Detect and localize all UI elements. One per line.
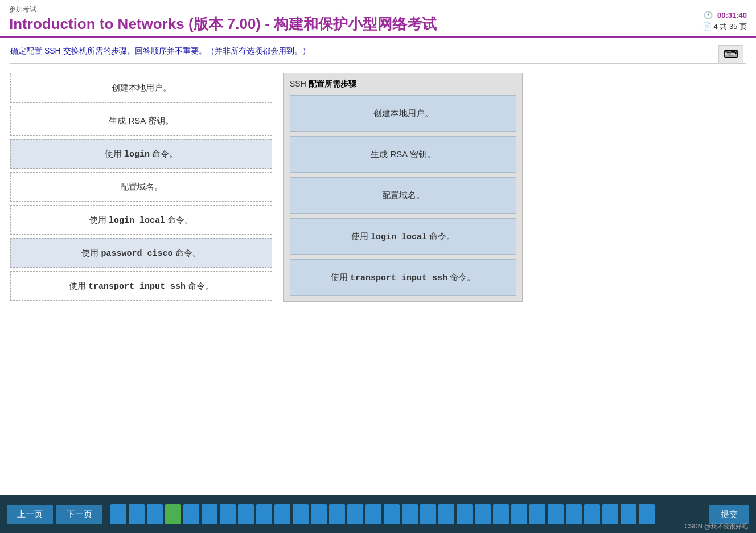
source-item-1-text: 创建本地用户。 xyxy=(112,83,171,93)
page-dot-21[interactable] xyxy=(475,504,491,524)
source-item-5-text: 使用 login local 命令。 xyxy=(89,215,193,226)
page-dot-15[interactable] xyxy=(365,504,381,524)
page-dot-10[interactable] xyxy=(274,504,290,524)
source-item-3[interactable]: 使用 login 命令。 xyxy=(10,139,272,169)
bottom-bar: 上一页 下一页 提交 CSDN @我环境很好吧 xyxy=(0,495,756,533)
question-instruction: 确定配置 SSH 交换机所需的步骤。回答顺序并不重要。（并非所有选项都会用到。） xyxy=(10,46,746,64)
drop-zone-title-bold: 配置所需步骤 xyxy=(309,79,356,88)
source-item-1[interactable]: 创建本地用户。 xyxy=(10,73,272,102)
source-item-2-text: 生成 RSA 密钥。 xyxy=(109,116,173,126)
page-dot-24[interactable] xyxy=(529,504,545,524)
drop-item-3[interactable]: 配置域名。 xyxy=(290,177,516,214)
drop-item-2[interactable]: 生成 RSA 密钥。 xyxy=(290,136,516,173)
watermark: CSDN @我环境很好吧 xyxy=(685,522,748,531)
page-dot-18[interactable] xyxy=(420,504,436,524)
page-dot-5[interactable] xyxy=(183,504,199,524)
page-dot-3[interactable] xyxy=(147,504,163,524)
page-dot-19[interactable] xyxy=(438,504,454,524)
exam-title: Introduction to Networks (版本 7.00) - 构建和… xyxy=(9,15,437,33)
drop-item-2-text: 生成 RSA 密钥。 xyxy=(371,149,435,160)
timer-display: 00:31:40 xyxy=(717,11,747,19)
page-dot-30[interactable] xyxy=(639,504,655,524)
drop-zone-title: SSH 配置所需步骤 xyxy=(290,79,516,89)
drop-item-1[interactable]: 创建本地用户。 xyxy=(290,95,516,132)
drop-item-4-text: 使用 login local 命令。 xyxy=(351,231,455,242)
next-button[interactable]: 下一页 xyxy=(56,505,102,524)
source-item-2[interactable]: 生成 RSA 密钥。 xyxy=(10,106,272,136)
source-item-6[interactable]: 使用 password cisco 命令。 xyxy=(10,238,272,268)
source-list: 创建本地用户。 生成 RSA 密钥。 使用 login 命令。 配置域名。 使用… xyxy=(10,73,272,302)
page-dot-27[interactable] xyxy=(584,504,600,524)
drop-item-4[interactable]: 使用 login local 命令。 xyxy=(290,218,516,255)
header: 参加考试 Introduction to Networks (版本 7.00) … xyxy=(0,0,756,38)
page-dot-25[interactable] xyxy=(548,504,564,524)
source-item-6-text: 使用 password cisco 命令。 xyxy=(81,248,200,259)
header-left: 参加考试 Introduction to Networks (版本 7.00) … xyxy=(9,5,437,33)
page-dot-26[interactable] xyxy=(566,504,582,524)
page-dot-16[interactable] xyxy=(384,504,400,524)
page-icon: 📄 xyxy=(702,22,712,31)
prev-button[interactable]: 上一页 xyxy=(7,505,53,524)
page-dot-11[interactable] xyxy=(293,504,309,524)
source-item-5[interactable]: 使用 login local 命令。 xyxy=(10,205,272,235)
page-dot-20[interactable] xyxy=(457,504,472,524)
keyboard-button[interactable]: ⌨ xyxy=(718,45,743,63)
instruction-text: 确定配置 SSH 交换机所需的步骤。回答顺序并不重要。（并非所有选项都会用到。） xyxy=(10,46,310,55)
main-content: ⌨ 确定配置 SSH 交换机所需的步骤。回答顺序并不重要。（并非所有选项都会用到… xyxy=(0,38,756,495)
page-dot-14[interactable] xyxy=(347,504,363,524)
exam-label: 参加考试 xyxy=(9,5,437,14)
drop-item-5-text: 使用 transport input ssh 命令。 xyxy=(331,272,475,283)
drop-zone-container: SSH 配置所需步骤 创建本地用户。 生成 RSA 密钥。 配置域名。 使用 l… xyxy=(284,73,523,302)
page-dot-23[interactable] xyxy=(511,504,527,524)
page-dot-17[interactable] xyxy=(402,504,418,524)
source-item-4-text: 配置域名。 xyxy=(120,182,163,192)
page-dots xyxy=(110,504,655,524)
page-info-row: 📄 4 共 35 页 xyxy=(702,21,747,33)
header-right: 🕐 00:31:40 📄 4 共 35 页 xyxy=(702,10,747,34)
page-dot-8[interactable] xyxy=(238,504,254,524)
page-dot-2[interactable] xyxy=(129,504,145,524)
page-dot-22[interactable] xyxy=(493,504,509,524)
source-item-7[interactable]: 使用 transport input ssh 命令。 xyxy=(10,271,272,301)
source-item-3-text: 使用 login 命令。 xyxy=(105,149,178,159)
drop-zone-items: 创建本地用户。 生成 RSA 密钥。 配置域名。 使用 login local … xyxy=(290,95,516,296)
page-dot-9[interactable] xyxy=(256,504,272,524)
page-dot-13[interactable] xyxy=(329,504,345,524)
page-dot-4[interactable] xyxy=(165,504,181,524)
drag-drop-container: 创建本地用户。 生成 RSA 密钥。 使用 login 命令。 配置域名。 使用… xyxy=(10,73,746,302)
source-item-4[interactable]: 配置域名。 xyxy=(10,172,272,202)
source-item-7-text: 使用 transport input ssh 命令。 xyxy=(69,281,213,292)
page-dot-29[interactable] xyxy=(621,504,636,524)
drop-item-5[interactable]: 使用 transport input ssh 命令。 xyxy=(290,259,516,296)
drop-item-1-text: 创建本地用户。 xyxy=(373,108,433,119)
page-dot-1[interactable] xyxy=(110,504,126,524)
page-dot-12[interactable] xyxy=(311,504,327,524)
page-dot-6[interactable] xyxy=(202,504,217,524)
page-dot-28[interactable] xyxy=(602,504,618,524)
timer-row: 🕐 00:31:40 xyxy=(702,10,747,22)
submit-button[interactable]: 提交 xyxy=(709,505,749,524)
page-dot-7[interactable] xyxy=(220,504,236,524)
drop-item-3-text: 配置域名。 xyxy=(382,190,425,201)
page-info: 4 共 35 页 xyxy=(713,22,747,31)
timer-icon: 🕐 xyxy=(704,11,713,19)
